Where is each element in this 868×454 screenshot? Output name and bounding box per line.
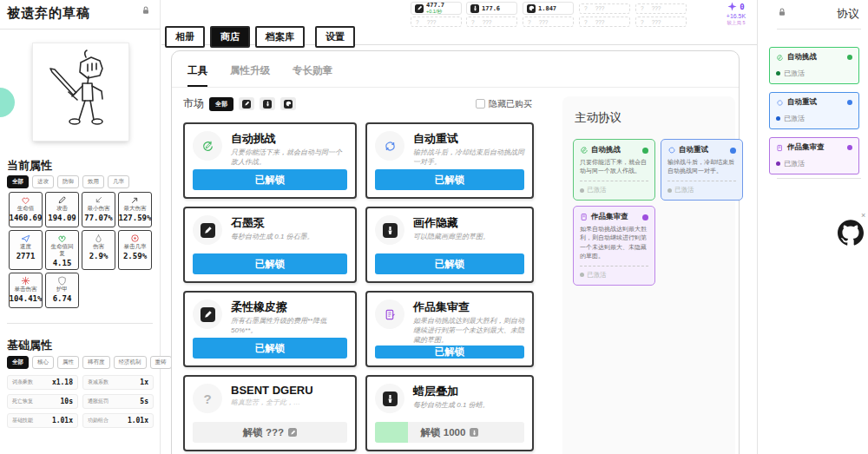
droplet-icon <box>94 234 103 242</box>
market-filter-all[interactable]: 全部 <box>209 97 233 111</box>
shop-card-title: 蜡层叠加 <box>413 384 524 399</box>
unlocked-button[interactable]: 已解锁 <box>193 169 347 190</box>
unlocked-button[interactable]: 已解锁 <box>375 253 524 274</box>
unlocked-button[interactable]: 已解锁 <box>375 345 524 359</box>
wax-value: 177.6 <box>482 5 500 12</box>
protocol-card-portfolio-review[interactable]: 作品集审查 如果自动挑战达到最大胜利，则自动继续进行到第一个未达到最大、未隐藏的… <box>573 206 655 286</box>
heart-plus-icon <box>57 234 67 242</box>
locked-resource: ???? <box>635 3 687 14</box>
divider <box>7 323 153 324</box>
protocol-card-auto-challenge[interactable]: 自动挑战 只要你能活下来，就会自动与同一个敌人作战。 已激活 <box>573 139 655 201</box>
filter-chip-rarity[interactable]: 稀有度 <box>82 356 110 369</box>
market-filter-wax[interactable] <box>260 97 275 110</box>
base-attribute-grid: 词条乘数x1.18 衰减系数1x 死亡恢复10s 通胀惩罚5s 基础技能1.01… <box>7 375 154 428</box>
shop-card-title: 作品集审查 <box>413 299 524 315</box>
base-attr-label: 通胀惩罚 <box>88 398 108 405</box>
filter-chip-core[interactable]: 核心 <box>32 356 54 369</box>
stat-value: 4.15 <box>53 259 72 267</box>
protocol-item-portfolio-review[interactable]: 作品集审查 已激活 <box>769 137 859 174</box>
filter-chip-all[interactable]: 全部 <box>7 356 29 369</box>
protocol-card-auto-retry[interactable]: 自动重试 输掉战斗后，冷却结束后自动挑战同一对手。 已激活 <box>661 139 743 201</box>
protocol-desc: 如果自动挑战达到最大胜利，则自动继续进行到第一个未达到最大、未隐藏的草图。 <box>580 225 648 260</box>
filter-chip-all[interactable]: 全部 <box>7 175 29 188</box>
shop-card-graphite-pump: 石墨泵每秒自动生成 0.1 份石墨。 已解锁 <box>183 207 357 283</box>
subtab-specialty-medals[interactable]: 专长勋章 <box>293 64 332 87</box>
shop-section: 市场 全部 隐藏已购买 自动挑战只要你能活下来，就会自动与同一个敌人作战。 已解… <box>183 96 532 451</box>
unlock-button[interactable]: 解锁 ??? <box>193 422 347 443</box>
shop-card-title: 自动重试 <box>413 131 524 147</box>
hide-purchased-label: 隐藏已购买 <box>489 98 532 110</box>
filter-chip-defense[interactable]: 防御 <box>57 175 79 188</box>
wax-icon <box>375 384 404 413</box>
base-attr-row: 基础技能1.01x <box>7 413 78 428</box>
main-tabs: 相册 商店 档案库 设置 <box>165 26 355 48</box>
subtab-tools[interactable]: 工具 <box>187 64 207 87</box>
status-dot <box>847 145 852 150</box>
status-dot <box>580 273 584 277</box>
portfolio-icon <box>776 144 784 152</box>
tab-archive[interactable]: 档案库 <box>255 26 305 48</box>
protocol-status: 已激活 <box>580 271 648 280</box>
shop-card-auto-challenge: 自动挑战只要你能活下来，就会自动与同一个敌人作战。 已解锁 <box>183 122 357 199</box>
filter-chip-reforge[interactable]: 重铸 <box>150 356 172 369</box>
wax-resource: 177.6 <box>466 2 517 15</box>
protocols-sidebar-title: 协议 <box>837 6 859 22</box>
portfolio-icon <box>580 213 589 221</box>
protocol-title: 作品集审查 <box>591 212 628 222</box>
hide-purchased-checkbox[interactable] <box>476 99 485 109</box>
unlocked-button[interactable]: 已解锁 <box>375 169 524 190</box>
tab-album[interactable]: 相册 <box>165 26 205 48</box>
filter-chip-chance[interactable]: 几率 <box>108 175 129 188</box>
protocol-desc: 输掉战斗后，冷却结束后自动挑战同一对手。 <box>667 158 736 175</box>
prestige-note: 较上局 5 <box>713 20 759 26</box>
lock-icon <box>777 7 787 17</box>
status-dot <box>642 214 648 220</box>
divider <box>777 178 861 179</box>
protocol-item-auto-retry[interactable]: 自动重试 已激活 <box>769 92 859 129</box>
market-filter-paint[interactable] <box>280 97 296 110</box>
wax-cost-icon <box>470 428 478 437</box>
wax-icon <box>263 100 272 109</box>
protocol-title: 自动重试 <box>787 97 817 108</box>
stat-card: 暴击伤害 104.41% <box>9 273 43 308</box>
unlocked-button[interactable]: 已解锁 <box>193 253 347 274</box>
pencil-icon <box>57 195 67 204</box>
protocol-title: 自动挑战 <box>787 52 817 63</box>
shop-card-desc: 如果自动挑战达到最大胜利，则自动继续进行到第一个未达到最大、未隐藏的草图。 <box>413 316 524 345</box>
prestige-counter: 0 +16.5K 较上局 5 <box>713 2 759 26</box>
protocol-title: 自动挑战 <box>591 145 621 155</box>
stat-label: 生命值 <box>17 205 35 212</box>
wax-icon <box>375 215 404 245</box>
shield-icon <box>57 276 67 285</box>
filter-chip-attr[interactable]: 属性 <box>57 356 79 369</box>
filter-chip-economy[interactable]: 经济机制 <box>114 356 147 369</box>
shop-card-desc: 输掉战斗后，冷却结束后自动挑战同一对手。 <box>413 148 524 167</box>
market-filter-graphite[interactable] <box>239 97 254 110</box>
stat-value: 194.09 <box>48 214 76 222</box>
unlock-button[interactable]: 解锁 1000 <box>375 422 524 443</box>
shop-card-desc: 只要你能活下来，就会自动与同一个敌人作战。 <box>231 148 347 167</box>
shop-card-title: 柔性橡皮擦 <box>231 299 347 315</box>
locked-resource: ???? <box>635 16 687 27</box>
character-portrait <box>33 43 128 141</box>
stat-label: 生命值回复 <box>49 243 76 257</box>
tab-shop[interactable]: 商店 <box>210 26 250 48</box>
hide-purchased-control: 隐藏已购买 <box>476 98 532 110</box>
stat-value: 1460.69 <box>10 214 43 222</box>
subtab-attribute-upgrades[interactable]: 属性升级 <box>230 64 270 87</box>
protocol-status: 已激活 <box>580 186 648 194</box>
auto-retry-icon <box>375 131 404 161</box>
shop-card-title: 石墨泵 <box>231 215 347 231</box>
unlocked-button[interactable]: 已解锁 <box>193 338 347 359</box>
locked-resource: ???? <box>579 3 630 14</box>
knight-sketch <box>37 48 124 136</box>
status-dot <box>580 188 584 193</box>
base-filter-chips: 全部 核心 属性 稀有度 经济机制 重铸 <box>7 356 172 369</box>
stat-label: 护甲 <box>56 286 68 293</box>
protocol-item-auto-challenge[interactable]: 自动挑战 已激活 <box>769 47 859 84</box>
tab-settings[interactable]: 设置 <box>315 26 355 48</box>
filter-chip-attack[interactable]: 进攻 <box>32 175 54 188</box>
github-icon[interactable] <box>838 219 864 247</box>
protocol-card-grid: 自动挑战 只要你能活下来，就会自动与同一个敌人作战。 已激活 自动重试 输掉战斗… <box>573 139 725 286</box>
filter-chip-utility[interactable]: 效用 <box>82 175 104 188</box>
